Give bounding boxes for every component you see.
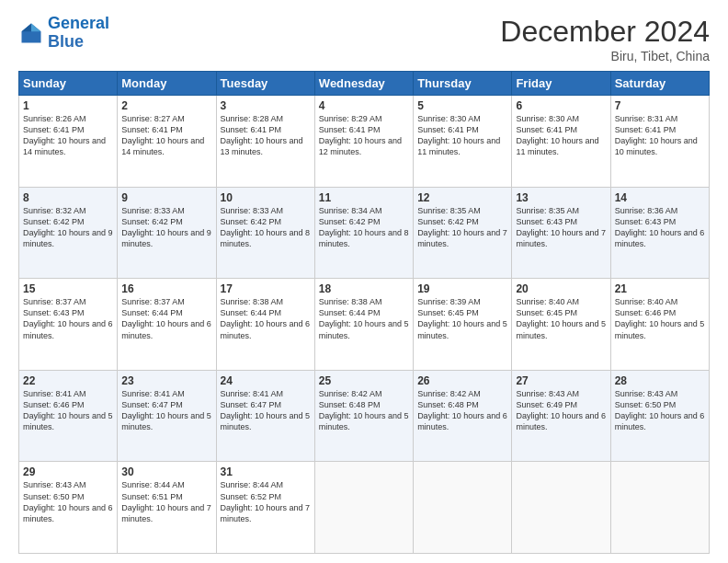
day-info: Sunrise: 8:34 AMSunset: 6:42 PMDaylight:… [319,205,409,250]
day-number: 26 [417,374,507,387]
table-row: 7Sunrise: 8:31 AMSunset: 6:41 PMDaylight… [610,96,709,188]
table-row: 16Sunrise: 8:37 AMSunset: 6:44 PMDayligh… [118,279,216,371]
table-row: 12Sunrise: 8:35 AMSunset: 6:42 PMDayligh… [414,187,512,279]
day-number: 28 [615,374,705,387]
table-row [610,462,709,554]
table-row: 1Sunrise: 8:26 AMSunset: 6:41 PMDaylight… [19,96,118,188]
table-row [512,462,610,554]
day-number: 3 [221,99,311,112]
logo-general: General [48,14,109,32]
day-info: Sunrise: 8:30 AMSunset: 6:41 PMDaylight:… [516,113,606,158]
table-row: 22Sunrise: 8:41 AMSunset: 6:46 PMDayligh… [19,370,118,462]
table-row: 14Sunrise: 8:36 AMSunset: 6:43 PMDayligh… [610,187,709,279]
day-number: 11 [319,191,409,204]
day-info: Sunrise: 8:28 AMSunset: 6:41 PMDaylight:… [221,113,311,158]
calendar-table: Sunday Monday Tuesday Wednesday Thursday… [18,71,710,554]
day-number: 8 [23,191,113,204]
col-saturday: Saturday [610,72,709,96]
day-info: Sunrise: 8:32 AMSunset: 6:42 PMDaylight:… [23,205,113,250]
table-row: 28Sunrise: 8:43 AMSunset: 6:50 PMDayligh… [610,370,709,462]
day-number: 9 [121,191,211,204]
day-number: 12 [417,191,507,204]
col-monday: Monday [118,72,216,96]
day-number: 24 [221,374,311,387]
header-row: Sunday Monday Tuesday Wednesday Thursday… [19,72,710,96]
day-info: Sunrise: 8:38 AMSunset: 6:44 PMDaylight:… [319,296,409,341]
day-info: Sunrise: 8:44 AMSunset: 6:52 PMDaylight:… [221,479,311,524]
day-info: Sunrise: 8:44 AMSunset: 6:51 PMDaylight:… [121,479,211,524]
day-info: Sunrise: 8:38 AMSunset: 6:44 PMDaylight:… [221,296,311,341]
day-number: 21 [615,282,705,295]
col-tuesday: Tuesday [216,72,314,96]
day-info: Sunrise: 8:31 AMSunset: 6:41 PMDaylight:… [615,113,705,158]
day-number: 31 [221,465,311,478]
day-info: Sunrise: 8:33 AMSunset: 6:42 PMDaylight:… [221,205,311,250]
table-row: 17Sunrise: 8:38 AMSunset: 6:44 PMDayligh… [216,279,314,371]
day-number: 25 [319,374,409,387]
table-row: 21Sunrise: 8:40 AMSunset: 6:46 PMDayligh… [610,279,709,371]
logo-text: General Blue [48,15,109,52]
day-info: Sunrise: 8:26 AMSunset: 6:41 PMDaylight:… [23,113,113,158]
day-number: 1 [23,99,113,112]
table-row: 3Sunrise: 8:28 AMSunset: 6:41 PMDaylight… [216,96,314,188]
day-info: Sunrise: 8:41 AMSunset: 6:46 PMDaylight:… [23,388,113,433]
day-number: 22 [23,374,113,387]
day-number: 13 [516,191,606,204]
table-row: 9Sunrise: 8:33 AMSunset: 6:42 PMDaylight… [118,187,216,279]
day-number: 27 [516,374,606,387]
col-thursday: Thursday [414,72,512,96]
logo-blue: Blue [48,32,84,51]
table-row: 6Sunrise: 8:30 AMSunset: 6:41 PMDaylight… [512,96,610,188]
day-number: 10 [221,191,311,204]
day-number: 15 [23,282,113,295]
table-row: 18Sunrise: 8:38 AMSunset: 6:44 PMDayligh… [314,279,413,371]
svg-marker-2 [22,23,32,31]
day-info: Sunrise: 8:42 AMSunset: 6:48 PMDaylight:… [417,388,507,433]
calendar-row: 1Sunrise: 8:26 AMSunset: 6:41 PMDaylight… [19,96,710,188]
table-row: 5Sunrise: 8:30 AMSunset: 6:41 PMDaylight… [414,96,512,188]
table-row: 31Sunrise: 8:44 AMSunset: 6:52 PMDayligh… [216,462,314,554]
day-info: Sunrise: 8:39 AMSunset: 6:45 PMDaylight:… [417,296,507,341]
table-row [414,462,512,554]
header: General Blue December 2024 Biru, Tibet, … [18,15,710,63]
day-number: 14 [615,191,705,204]
day-info: Sunrise: 8:40 AMSunset: 6:46 PMDaylight:… [615,296,705,341]
title-block: December 2024 Biru, Tibet, China [500,15,710,63]
calendar-row: 15Sunrise: 8:37 AMSunset: 6:43 PMDayligh… [19,279,710,371]
day-info: Sunrise: 8:37 AMSunset: 6:43 PMDaylight:… [23,296,113,341]
day-info: Sunrise: 8:35 AMSunset: 6:43 PMDaylight:… [516,205,606,250]
day-info: Sunrise: 8:43 AMSunset: 6:49 PMDaylight:… [516,388,606,433]
day-number: 19 [417,282,507,295]
day-number: 29 [23,465,113,478]
calendar-row: 8Sunrise: 8:32 AMSunset: 6:42 PMDaylight… [19,187,710,279]
day-info: Sunrise: 8:37 AMSunset: 6:44 PMDaylight:… [121,296,211,341]
day-info: Sunrise: 8:42 AMSunset: 6:48 PMDaylight:… [319,388,409,433]
day-number: 16 [121,282,211,295]
calendar-row: 22Sunrise: 8:41 AMSunset: 6:46 PMDayligh… [19,370,710,462]
day-number: 20 [516,282,606,295]
day-info: Sunrise: 8:29 AMSunset: 6:41 PMDaylight:… [319,113,409,158]
day-number: 5 [417,99,507,112]
table-row: 23Sunrise: 8:41 AMSunset: 6:47 PMDayligh… [118,370,216,462]
table-row: 19Sunrise: 8:39 AMSunset: 6:45 PMDayligh… [414,279,512,371]
table-row: 29Sunrise: 8:43 AMSunset: 6:50 PMDayligh… [19,462,118,554]
day-number: 30 [121,465,211,478]
day-info: Sunrise: 8:30 AMSunset: 6:41 PMDaylight:… [417,113,507,158]
svg-marker-1 [31,23,41,31]
day-number: 4 [319,99,409,112]
col-friday: Friday [512,72,610,96]
day-number: 7 [615,99,705,112]
table-row: 25Sunrise: 8:42 AMSunset: 6:48 PMDayligh… [314,370,413,462]
table-row: 13Sunrise: 8:35 AMSunset: 6:43 PMDayligh… [512,187,610,279]
day-number: 17 [221,282,311,295]
col-sunday: Sunday [19,72,118,96]
table-row: 24Sunrise: 8:41 AMSunset: 6:47 PMDayligh… [216,370,314,462]
day-info: Sunrise: 8:41 AMSunset: 6:47 PMDaylight:… [221,388,311,433]
day-number: 23 [121,374,211,387]
table-row: 11Sunrise: 8:34 AMSunset: 6:42 PMDayligh… [314,187,413,279]
table-row: 20Sunrise: 8:40 AMSunset: 6:45 PMDayligh… [512,279,610,371]
day-number: 6 [516,99,606,112]
table-row: 8Sunrise: 8:32 AMSunset: 6:42 PMDaylight… [19,187,118,279]
day-info: Sunrise: 8:41 AMSunset: 6:47 PMDaylight:… [121,388,211,433]
table-row: 27Sunrise: 8:43 AMSunset: 6:49 PMDayligh… [512,370,610,462]
